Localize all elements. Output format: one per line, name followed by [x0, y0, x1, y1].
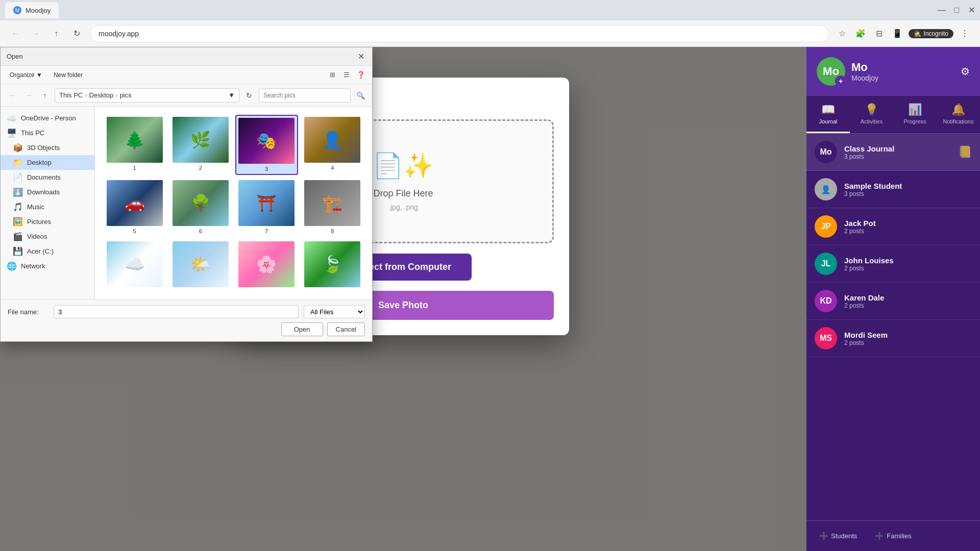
- bookmark-button[interactable]: ☆: [835, 27, 849, 41]
- split-button[interactable]: ⊟: [872, 27, 886, 41]
- photo-item-12[interactable]: 🍃: [301, 239, 364, 291]
- sidebar-item-this-pc[interactable]: 🖥️ This PC: [1, 126, 94, 140]
- downloads-icon: ⬇️: [13, 187, 23, 197]
- sidebar-item-music[interactable]: 🎵 Music: [1, 199, 94, 214]
- user-avatar[interactable]: Mo +: [817, 57, 845, 86]
- photo-item-11[interactable]: 🌸: [235, 239, 298, 291]
- acer-label: Acer (C:): [27, 247, 54, 255]
- address-input[interactable]: moodjoy.app: [90, 25, 829, 42]
- dialog-refresh-button[interactable]: ↻: [242, 89, 256, 102]
- breadcrumb-folder1[interactable]: Desktop: [89, 91, 114, 99]
- photo-thumb-9: ☁️: [107, 241, 163, 287]
- photo-item-3[interactable]: 🎭 3: [235, 115, 298, 175]
- class-info-sample-student: Sample Student 3 posts: [844, 182, 972, 197]
- sidebar-item-documents[interactable]: 📄 Documents: [1, 170, 94, 185]
- sidebar-item-downloads[interactable]: ⬇️ Downloads: [1, 185, 94, 199]
- photo-item-2[interactable]: 🌿 2: [169, 115, 232, 175]
- view-details-button[interactable]: ☰: [340, 69, 353, 81]
- class-list-item-karen-dale[interactable]: KD Karen Dale 2 posts: [806, 283, 980, 320]
- class-list-item-mordi-seem[interactable]: MS Mordi Seem 2 posts: [806, 320, 980, 357]
- phone-button[interactable]: 📱: [890, 27, 904, 41]
- menu-button[interactable]: ⋮: [958, 27, 972, 41]
- chrome-titlebar: M Moodjoy — □ ✕: [0, 0, 980, 20]
- class-posts-john-louises: 2 posts: [844, 265, 972, 272]
- forward-button[interactable]: →: [29, 27, 43, 41]
- students-button[interactable]: ➕ Students: [815, 529, 862, 543]
- breadcrumb-folder2[interactable]: pics: [120, 91, 132, 99]
- class-name-class-journal: Class Journal: [844, 144, 951, 153]
- class-list-item-john-louises[interactable]: JL John Louises 2 posts: [806, 245, 980, 283]
- this-pc-icon: 🖥️: [7, 128, 17, 138]
- videos-label: Videos: [27, 233, 47, 240]
- sidebar-item-videos[interactable]: 🎬 Videos: [1, 229, 94, 244]
- maximize-button[interactable]: □: [953, 7, 960, 14]
- add-overlay[interactable]: +: [835, 76, 846, 87]
- incognito-icon: 🕵: [914, 30, 921, 37]
- dialog-back-button[interactable]: ←: [6, 89, 19, 102]
- photo-grid: 🌲 1 🌿 2 🎭 3: [99, 111, 368, 295]
- photo-item-10[interactable]: 🌤️: [169, 239, 232, 291]
- sidebar-item-acer[interactable]: 💾 Acer (C:): [1, 244, 94, 259]
- dialog-search-input[interactable]: [259, 88, 351, 103]
- dialog-forward-button[interactable]: →: [22, 89, 35, 102]
- families-button[interactable]: ➕ Families: [870, 529, 916, 543]
- filename-row: File name: All Files Image Files JPEG PN…: [8, 305, 365, 318]
- photo-thumb-11: 🌸: [238, 241, 295, 287]
- browser-tab[interactable]: M Moodjoy: [5, 2, 59, 18]
- refresh-button[interactable]: ↻: [69, 27, 84, 41]
- photo-item-6[interactable]: 🌳 6: [169, 178, 232, 236]
- class-list-item-jack-pot[interactable]: JP Jack Pot 2 posts: [806, 208, 980, 245]
- photo-item-1[interactable]: 🌲 1: [103, 115, 166, 175]
- photo-item-9[interactable]: ☁️: [103, 239, 166, 291]
- sidebar-username: Mo: [851, 61, 878, 74]
- class-name-john-louises: John Louises: [844, 256, 972, 265]
- nav-item-activities[interactable]: 💡 Activities: [850, 96, 893, 133]
- photo-item-4[interactable]: 👤 4: [301, 115, 364, 175]
- breadcrumb-sep-1: ›: [85, 91, 87, 99]
- nav-item-journal[interactable]: 📖 Journal: [806, 96, 850, 133]
- class-info-mordi-seem: Mordi Seem 2 posts: [844, 331, 972, 346]
- class-posts-karen-dale: 2 posts: [844, 302, 972, 309]
- photo-item-5[interactable]: 🚗 5: [103, 178, 166, 236]
- view-toggle-button[interactable]: ⊞: [326, 69, 338, 81]
- dialog-close-button[interactable]: ✕: [356, 52, 366, 62]
- sidebar-item-desktop[interactable]: 📁 Desktop: [1, 155, 94, 170]
- filename-input[interactable]: [54, 305, 299, 318]
- photo-item-7[interactable]: ⛩️ 7: [235, 178, 298, 236]
- close-button[interactable]: ✕: [968, 7, 975, 14]
- class-name-mordi-seem: Mordi Seem: [844, 331, 972, 339]
- sidebar-item-3d-objects[interactable]: 📦 3D Objects: [1, 140, 94, 155]
- nav-item-notifications[interactable]: 🔔 Notifications: [937, 96, 980, 133]
- dialog-open-button[interactable]: Open: [281, 322, 323, 336]
- photo-item-8[interactable]: 🏗️ 8: [301, 178, 364, 236]
- back-button[interactable]: ←: [8, 27, 22, 41]
- dialog-search-button[interactable]: 🔍: [354, 89, 367, 102]
- minimize-button[interactable]: —: [938, 7, 945, 14]
- new-folder-button[interactable]: New folder: [50, 70, 87, 80]
- up-button[interactable]: ↑: [49, 27, 63, 41]
- dialog-cancel-button[interactable]: Cancel: [327, 322, 365, 336]
- photo-thumb-2: 🌿: [173, 117, 229, 163]
- sidebar-item-pictures[interactable]: 🖼️ Pictures: [1, 214, 94, 229]
- breadcrumb: This PC › Desktop › pics ▼: [55, 88, 239, 103]
- dialog-up-button[interactable]: ↑: [38, 89, 52, 102]
- dialog-titlebar: Open ✕: [1, 47, 372, 66]
- sidebar-user-info: Mo Moodjoy: [851, 61, 878, 82]
- nav-item-progress[interactable]: 📊 Progress: [893, 96, 937, 133]
- class-list-item-sample-student[interactable]: 👤 Sample Student 3 posts: [806, 171, 980, 208]
- help-button[interactable]: ❓: [355, 69, 367, 81]
- dialog-sidebar: ☁️ OneDrive - Person 🖥️ This PC 📦 3D Obj…: [1, 107, 95, 299]
- filetype-select[interactable]: All Files Image Files JPEG PNG: [304, 305, 365, 318]
- extensions-button[interactable]: 🧩: [853, 27, 868, 41]
- breadcrumb-root[interactable]: This PC: [59, 91, 83, 99]
- sidebar-item-onedrive[interactable]: ☁️ OneDrive - Person: [1, 111, 94, 126]
- breadcrumb-dropdown-icon[interactable]: ▼: [228, 91, 235, 99]
- organize-button[interactable]: Organize ▼: [6, 70, 46, 80]
- sidebar-item-network[interactable]: 🌐 Network: [1, 259, 94, 273]
- notifications-icon: 🔔: [951, 103, 965, 116]
- class-list-item-class-journal[interactable]: Mo Class Journal 3 posts 📒: [806, 134, 980, 171]
- settings-icon[interactable]: ⚙: [961, 65, 970, 78]
- photo-thumb-5: 🚗: [107, 180, 163, 226]
- class-list: Mo Class Journal 3 posts 📒 👤 Sample Stud…: [806, 134, 980, 520]
- 3d-objects-label: 3D Objects: [27, 144, 60, 152]
